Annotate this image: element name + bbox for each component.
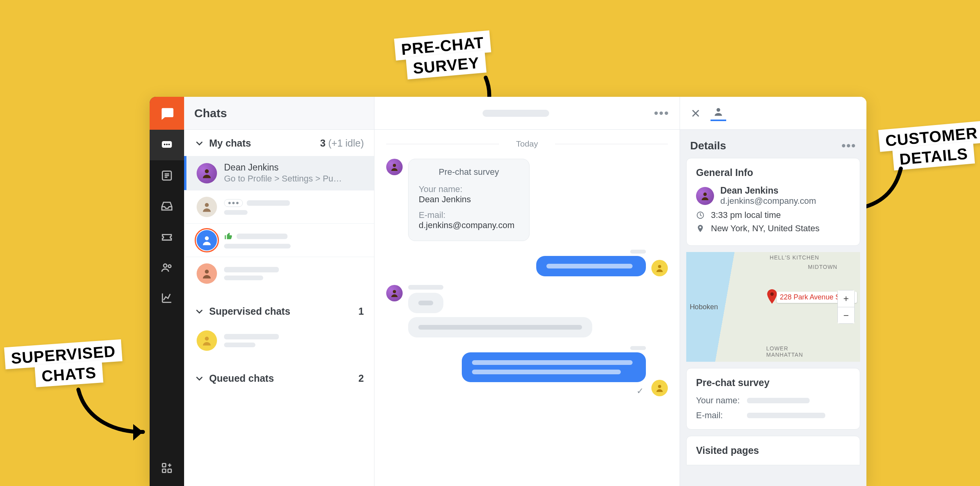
details-more-button[interactable]: •••: [841, 139, 856, 152]
thumbs-up-icon: [224, 232, 233, 241]
chat-item-4[interactable]: [184, 257, 374, 290]
person-icon: [655, 383, 664, 393]
placeholder: [408, 285, 443, 290]
apps-icon: [160, 461, 174, 475]
avatar: [197, 163, 217, 183]
customer-email: d.jenkins@company.com: [720, 196, 816, 206]
svg-rect-13: [163, 464, 166, 467]
close-icon: [690, 108, 701, 119]
local-time: 3:33 pm local time: [711, 210, 781, 220]
group-my-chats[interactable]: My chats 3 (+1 idle): [184, 130, 374, 156]
nav-reports[interactable]: [150, 283, 184, 313]
placeholder: [224, 334, 279, 339]
person-icon: [201, 234, 213, 246]
avatar: [197, 263, 217, 284]
panel-prechat: Pre-chat survey Your name: E-mail:: [686, 368, 860, 430]
person-icon: [201, 335, 213, 346]
person-icon: [390, 162, 399, 172]
svg-point-22: [658, 265, 661, 268]
svg-point-6: [168, 144, 170, 145]
chat-item-supervised-1[interactable]: [184, 324, 374, 357]
svg-point-17: [205, 203, 209, 207]
placeholder: [546, 264, 633, 268]
placeholder: [224, 244, 291, 248]
placeholder: [747, 398, 810, 403]
field-label-email: E-mail:: [419, 210, 519, 220]
location-icon: [696, 224, 705, 233]
field-label-name: Your name:: [419, 184, 519, 194]
avatar: [197, 330, 217, 351]
agent-avatar: [651, 260, 668, 276]
placeholder: [472, 370, 621, 374]
person-icon: [201, 268, 213, 279]
svg-point-4: [164, 144, 165, 145]
svg-rect-15: [168, 469, 172, 473]
svg-point-12: [168, 265, 171, 268]
message-icon: [160, 138, 174, 152]
map-zoom: + −: [837, 290, 855, 324]
nav-inbox[interactable]: [150, 191, 184, 221]
group-supervised[interactable]: Supervised chats 1: [184, 298, 374, 324]
typing-indicator: [224, 199, 243, 207]
prechat-name-label: Your name:: [696, 395, 743, 406]
chat-preview: Go to Profile > Settings > Pu…: [224, 174, 366, 184]
nav-notes[interactable]: [150, 160, 184, 191]
sidebar-title: Chats: [184, 97, 374, 130]
annotation-supervised-2: CHATS: [34, 361, 103, 387]
svg-point-20: [205, 337, 209, 341]
person-icon: [390, 288, 399, 298]
details-tab-profile[interactable]: [711, 105, 726, 121]
placeholder: [224, 343, 255, 347]
svg-rect-14: [163, 469, 166, 473]
prechat-survey-card: Pre-chat survey Your name: Dean Jenkins …: [408, 159, 530, 241]
conversation-panel: ••• Today Pre-chat survey Your name: Dea…: [374, 97, 680, 486]
group-my-count: 3 (+1 idle): [320, 138, 364, 149]
group-queued-count: 2: [358, 373, 364, 384]
nav-team[interactable]: [150, 252, 184, 283]
panel-title: Visited pages: [696, 445, 850, 456]
placeholder: [747, 413, 825, 418]
nav-rail: [150, 97, 184, 486]
nav-tickets[interactable]: [150, 221, 184, 252]
details-panel: Details ••• General Info Dean Jenkins d.…: [680, 97, 866, 486]
conversation-more-button[interactable]: •••: [654, 106, 669, 120]
customer-name: Dean Jenkins: [720, 185, 816, 196]
date-divider: Today: [386, 139, 668, 149]
agent-message: [462, 352, 646, 382]
close-details-button[interactable]: [688, 105, 703, 121]
brand-logo[interactable]: [150, 97, 184, 130]
ticket-icon: [160, 230, 174, 243]
map[interactable]: HELL'S KITCHEN MIDTOWN Hoboken LOWERMANH…: [686, 252, 860, 362]
svg-marker-2: [133, 424, 143, 441]
nav-apps[interactable]: [150, 455, 184, 486]
svg-point-25: [716, 108, 720, 111]
placeholder: [472, 360, 633, 365]
svg-point-24: [658, 385, 661, 388]
chat-item-3[interactable]: [184, 223, 374, 257]
chat-item-dean[interactable]: Dean Jenkins Go to Profile > Settings > …: [184, 156, 374, 190]
sidebar: Chats My chats 3 (+1 idle) Dean Jenkins …: [184, 97, 374, 486]
svg-point-18: [205, 236, 209, 240]
chat-item-2[interactable]: [184, 190, 374, 223]
placeholder: [237, 234, 287, 239]
group-queued[interactable]: Queued chats 2: [184, 365, 374, 391]
zoom-in-button[interactable]: +: [838, 290, 854, 307]
panel-visited-pages: Visited pages: [686, 436, 860, 465]
annotation-arrow-supervised: [71, 386, 157, 448]
group-my-label: My chats: [209, 138, 251, 149]
chevron-down-icon: [194, 138, 204, 149]
message-row-survey: Pre-chat survey Your name: Dean Jenkins …: [386, 159, 668, 241]
timestamp-placeholder: [630, 346, 646, 350]
group-supervised-count: 1: [358, 306, 364, 317]
timestamp-placeholder: [630, 250, 646, 254]
zoom-out-button[interactable]: −: [838, 307, 854, 323]
details-header: [680, 97, 866, 130]
svg-point-5: [166, 144, 168, 145]
svg-point-11: [164, 264, 167, 268]
delivered-check-icon: ✓: [636, 386, 644, 396]
agent-message: [536, 256, 646, 276]
placeholder: [247, 200, 290, 206]
nav-chats[interactable]: [150, 130, 184, 160]
customer-message: [408, 317, 592, 337]
group-queued-label: Queued chats: [209, 373, 274, 384]
